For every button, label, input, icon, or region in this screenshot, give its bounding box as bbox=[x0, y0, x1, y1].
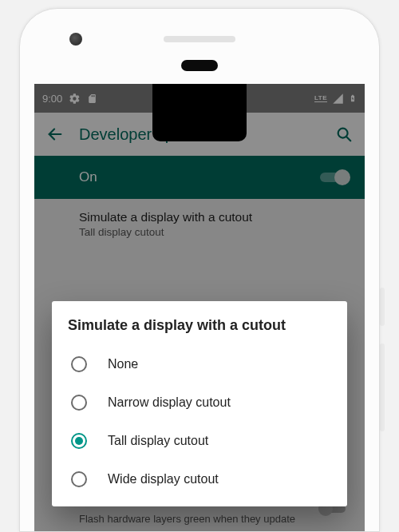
cutout-option-wide[interactable]: Wide display cutout bbox=[68, 460, 331, 498]
radio-icon bbox=[71, 395, 87, 411]
radio-icon bbox=[71, 471, 87, 487]
phone-side-button-bottom bbox=[380, 343, 385, 431]
option-label: Narrow display cutout bbox=[108, 395, 231, 410]
cutout-option-tall[interactable]: Tall display cutout bbox=[68, 422, 331, 460]
phone-side-button-top bbox=[380, 288, 385, 326]
radio-icon bbox=[71, 356, 87, 372]
cutout-option-none[interactable]: None bbox=[68, 345, 331, 383]
earpiece bbox=[164, 36, 235, 42]
radio-icon-selected bbox=[71, 433, 87, 449]
dialog-title: Simulate a display with a cutout bbox=[68, 317, 331, 334]
cutout-dialog: Simulate a display with a cutout None Na… bbox=[52, 301, 347, 506]
option-label: Wide display cutout bbox=[108, 472, 219, 486]
phone-frame: 9:00 LTE D bbox=[19, 8, 380, 532]
option-label: Tall display cutout bbox=[108, 434, 208, 448]
front-camera bbox=[69, 33, 82, 46]
screen: 9:00 LTE D bbox=[34, 84, 365, 531]
option-label: None bbox=[108, 357, 138, 371]
cutout-option-narrow[interactable]: Narrow display cutout bbox=[68, 383, 331, 422]
sensor-pill bbox=[181, 60, 218, 71]
